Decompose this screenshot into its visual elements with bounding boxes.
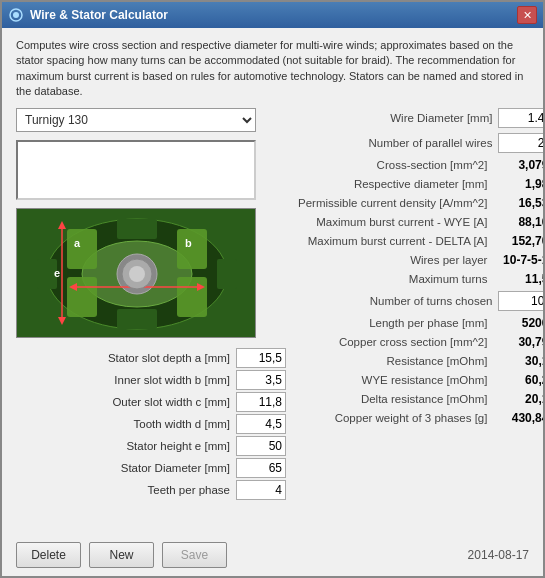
max-burst-delta-value: 152,70 xyxy=(493,234,543,248)
max-turns-value: 11,5 xyxy=(493,272,543,286)
parallel-wires-input[interactable] xyxy=(498,133,543,153)
num-turns-input[interactable] xyxy=(498,291,543,311)
stator-height-input[interactable] xyxy=(236,436,286,456)
svg-rect-12 xyxy=(67,277,97,317)
resistance-label: Resistance [mOhm] xyxy=(386,355,493,367)
wye-resistance-row: WYE resistance [mOhm] 60,2 xyxy=(298,373,543,387)
svg-rect-13 xyxy=(177,277,207,317)
cross-section-row: Cross-section [mm^2] 3,079 xyxy=(298,158,543,172)
description-text: Computes wire cross section and respecti… xyxy=(16,38,529,100)
svg-rect-9 xyxy=(217,259,237,289)
tooth-width-input[interactable] xyxy=(236,414,286,434)
stator-height-label: Stator height e [mm] xyxy=(16,440,236,452)
max-burst-wye-label: Maximum burst current - WYE [A] xyxy=(316,216,493,228)
wire-diameter-row: Wire Diameter [mm] xyxy=(298,108,543,128)
params-table: Stator slot depth a [mm] Inner slot widt… xyxy=(16,348,286,502)
resistance-row: Resistance [mOhm] 30,1 xyxy=(298,354,543,368)
close-button[interactable]: ✕ xyxy=(517,6,537,24)
inner-slot-row: Inner slot width b [mm] xyxy=(16,370,286,390)
max-burst-delta-label: Maximum burst current - DELTA [A] xyxy=(308,235,494,247)
copper-cross-row: Copper cross section [mm^2] 30,79 xyxy=(298,335,543,349)
svg-point-1 xyxy=(13,12,19,18)
slot-depth-row: Stator slot depth a [mm] xyxy=(16,348,286,368)
num-turns-label: Number of turns chosen xyxy=(370,295,499,307)
right-panel: Wire Diameter [mm] Number of parallel wi… xyxy=(298,108,543,526)
wires-per-layer-row: Wires per layer 10-7-5-1 xyxy=(298,253,543,267)
stator-image: c e b a d xyxy=(16,208,256,338)
parallel-wires-row: Number of parallel wires xyxy=(298,133,543,153)
copper-weight-row: Copper weight of 3 phases [g] 430,84 xyxy=(298,411,543,425)
teeth-phase-row: Teeth per phase xyxy=(16,480,286,500)
svg-text:a: a xyxy=(74,237,81,249)
stator-diameter-row: Stator Diameter [mm] xyxy=(16,458,286,478)
parallel-wires-label: Number of parallel wires xyxy=(368,137,498,149)
svg-rect-7 xyxy=(117,309,157,329)
outer-slot-input[interactable] xyxy=(236,392,286,412)
delta-resistance-row: Delta resistance [mOhm] 20,1 xyxy=(298,392,543,406)
copper-cross-value: 30,79 xyxy=(493,335,543,349)
new-button[interactable]: New xyxy=(89,542,154,568)
max-turns-label: Maximum turns xyxy=(409,273,494,285)
svg-rect-10 xyxy=(67,229,97,269)
copper-weight-value: 430,84 xyxy=(493,411,543,425)
title-buttons: ✕ xyxy=(517,6,537,24)
app-icon xyxy=(8,7,24,23)
stator-diameter-input[interactable] xyxy=(236,458,286,478)
svg-text:b: b xyxy=(185,237,192,249)
current-density-label: Permissible current density [A/mm^2] xyxy=(298,197,493,209)
wires-per-layer-value: 10-7-5-1 xyxy=(493,253,543,267)
window-title: Wire & Stator Calculator xyxy=(30,8,168,22)
stator-diameter-label: Stator Diameter [mm] xyxy=(16,462,236,474)
outer-slot-row: Outer slot width c [mm] xyxy=(16,392,286,412)
delta-resistance-label: Delta resistance [mOhm] xyxy=(361,393,494,405)
max-turns-row: Maximum turns 11,5 xyxy=(298,272,543,286)
resp-diameter-row: Respective diameter [mm] 1,98 xyxy=(298,177,543,191)
date-label: 2014-08-17 xyxy=(468,548,529,562)
stator-dropdown-row: Turnigy 130 xyxy=(16,108,286,132)
cross-section-value: 3,079 xyxy=(493,158,543,172)
title-bar: Wire & Stator Calculator ✕ xyxy=(2,2,543,28)
length-phase-label: Length per phase [mm] xyxy=(369,317,493,329)
slot-depth-input[interactable] xyxy=(236,348,286,368)
outer-slot-label: Outer slot width c [mm] xyxy=(16,396,236,408)
num-turns-row: Number of turns chosen xyxy=(298,291,543,311)
inner-slot-input[interactable] xyxy=(236,370,286,390)
bottom-bar: Delete New Save 2014-08-17 xyxy=(2,536,543,576)
main-area: Turnigy 130 xyxy=(16,108,529,526)
current-density-row: Permissible current density [A/mm^2] 16,… xyxy=(298,196,543,210)
tooth-width-row: Tooth width d [mm] xyxy=(16,414,286,434)
wye-resistance-value: 60,2 xyxy=(493,373,543,387)
max-burst-delta-row: Maximum burst current - DELTA [A] 152,70 xyxy=(298,234,543,248)
wires-per-layer-label: Wires per layer xyxy=(410,254,493,266)
tooth-width-label: Tooth width d [mm] xyxy=(16,418,236,430)
teeth-phase-label: Teeth per phase xyxy=(16,484,236,496)
wire-diameter-label: Wire Diameter [mm] xyxy=(390,112,498,124)
delete-button[interactable]: Delete xyxy=(16,542,81,568)
content-area: Computes wire cross section and respecti… xyxy=(2,28,543,536)
max-burst-wye-value: 88,16 xyxy=(493,215,543,229)
length-phase-row: Length per phase [mm] 5206 xyxy=(298,316,543,330)
teeth-phase-input[interactable] xyxy=(236,480,286,500)
svg-rect-6 xyxy=(117,219,157,239)
cross-section-label: Cross-section [mm^2] xyxy=(377,159,494,171)
max-burst-wye-row: Maximum burst current - WYE [A] 88,16 xyxy=(298,215,543,229)
stator-select[interactable]: Turnigy 130 xyxy=(16,108,256,132)
copper-weight-label: Copper weight of 3 phases [g] xyxy=(335,412,494,424)
left-panel: Turnigy 130 xyxy=(16,108,286,526)
svg-text:e: e xyxy=(54,267,60,279)
resistance-value: 30,1 xyxy=(493,354,543,368)
length-phase-value: 5206 xyxy=(493,316,543,330)
svg-point-26 xyxy=(129,266,145,282)
save-button[interactable]: Save xyxy=(162,542,227,568)
current-density-value: 16,53 xyxy=(493,196,543,210)
stator-height-row: Stator height e [mm] xyxy=(16,436,286,456)
button-group: Delete New Save xyxy=(16,542,227,568)
stator-name-box[interactable] xyxy=(16,140,256,200)
title-bar-left: Wire & Stator Calculator xyxy=(8,7,168,23)
delta-resistance-value: 20,1 xyxy=(493,392,543,406)
slot-depth-label: Stator slot depth a [mm] xyxy=(16,352,236,364)
copper-cross-label: Copper cross section [mm^2] xyxy=(339,336,494,348)
wire-diameter-input[interactable] xyxy=(498,108,543,128)
resp-diameter-label: Respective diameter [mm] xyxy=(354,178,494,190)
resp-diameter-value: 1,98 xyxy=(493,177,543,191)
